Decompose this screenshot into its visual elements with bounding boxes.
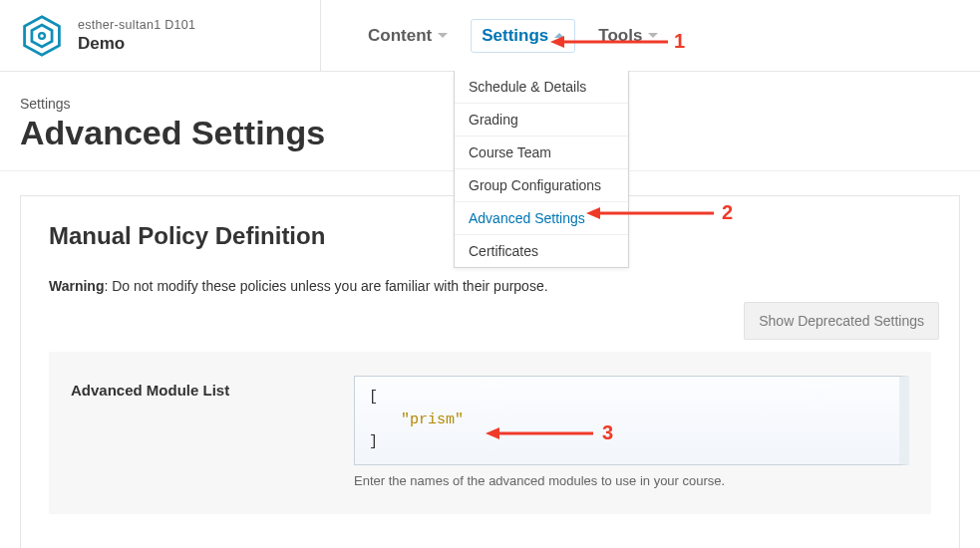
warning-row: Warning: Do not modify these policies un…: [49, 278, 931, 294]
warning-label: Warning: [49, 278, 104, 294]
main-nav: Content Settings Tools: [321, 0, 669, 71]
svg-marker-1: [32, 25, 52, 47]
dropdown-item-course-team[interactable]: Course Team: [455, 137, 628, 169]
nav-content-label: Content: [368, 26, 432, 46]
show-deprecated-button[interactable]: Show Deprecated Settings: [744, 302, 939, 340]
chevron-down-icon: [438, 33, 448, 38]
nav-tools[interactable]: Tools: [587, 19, 669, 53]
course-id: esther-sultan1 D101: [78, 18, 195, 32]
advanced-module-list-input[interactable]: [ "prism" ]: [354, 376, 909, 465]
brand-text: esther-sultan1 D101 Demo: [78, 18, 195, 54]
code-open-bracket: [: [369, 389, 378, 406]
chevron-down-icon: [648, 33, 658, 38]
chevron-up-icon: [554, 33, 564, 38]
policy-label: Advanced Module List: [71, 376, 324, 399]
nav-settings[interactable]: Settings: [471, 19, 575, 53]
warning-text: : Do not modify these policies unless yo…: [104, 278, 547, 294]
dropdown-item-group-config[interactable]: Group Configurations: [455, 169, 628, 202]
svg-point-2: [39, 33, 45, 39]
nav-tools-label: Tools: [598, 26, 642, 46]
policy-value-block: [ "prism" ] Enter the names of the advan…: [354, 376, 909, 488]
policy-row: Advanced Module List [ "prism" ] Enter t…: [49, 352, 931, 514]
svg-marker-0: [25, 16, 60, 55]
code-close-bracket: ]: [369, 433, 378, 450]
code-string-value: "prism": [401, 411, 464, 428]
policy-help-text: Enter the names of the advanced modules …: [354, 473, 909, 488]
dropdown-item-advanced-settings[interactable]: Advanced Settings: [455, 202, 628, 235]
nav-content[interactable]: Content: [357, 19, 459, 53]
brand-block: esther-sultan1 D101 Demo: [0, 0, 321, 71]
top-bar: esther-sultan1 D101 Demo Content Setting…: [0, 0, 980, 72]
course-title: Demo: [78, 34, 195, 54]
dropdown-item-certificates[interactable]: Certificates: [455, 235, 628, 267]
settings-dropdown: Schedule & Details Grading Course Team G…: [454, 71, 629, 268]
dropdown-item-schedule[interactable]: Schedule & Details: [455, 71, 628, 104]
nav-settings-label: Settings: [482, 26, 548, 46]
dropdown-item-grading[interactable]: Grading: [455, 104, 628, 137]
logo-icon: [20, 14, 64, 58]
